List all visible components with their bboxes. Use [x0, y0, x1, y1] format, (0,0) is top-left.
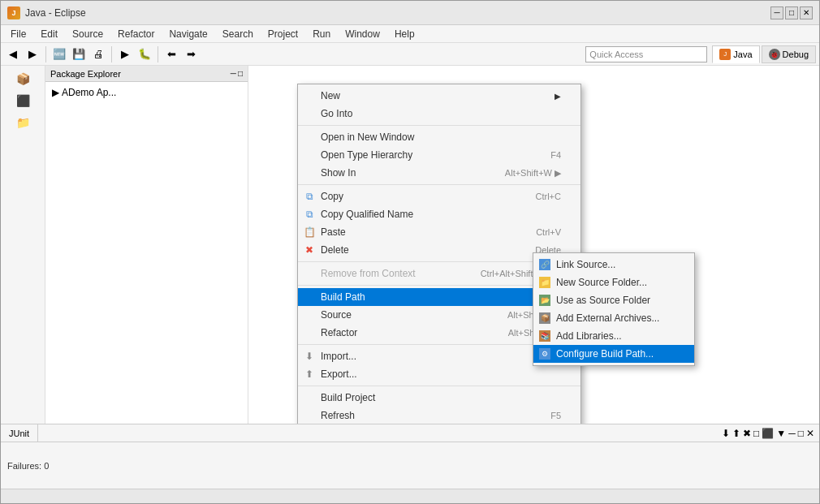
sub-add-libraries-label: Add Libraries...: [556, 330, 622, 342]
pane-minimize-icon[interactable]: ─: [231, 69, 236, 78]
ctx-show-in-label: Show In: [321, 167, 356, 179]
sub-link-source[interactable]: 🔗 Link Source...: [533, 256, 694, 274]
sidebar: 📦 ⬛ 📁: [1, 66, 45, 424]
java-perspective-btn[interactable]: J Java: [712, 45, 759, 63]
failures-value: 0: [44, 461, 49, 471]
toolbar-save-btn[interactable]: 💾: [70, 45, 88, 63]
bottom-panel: JUnit ⬇ ⬆ ✖ □ ⬛ ▼ ─ □ ✕ Failures: 0: [1, 424, 819, 489]
menu-window[interactable]: Window: [339, 27, 386, 41]
ctx-import-icon: ⬇: [303, 350, 316, 363]
sub-add-external-archives-label: Add External Archives...: [556, 312, 659, 324]
title-bar-controls: ─ □ ✕: [770, 6, 813, 19]
toolbar: ◀ ▶ 🆕 💾 🖨 ▶ 🐛 ⬅ ➡ Quick Access J Java 🐞 …: [1, 43, 819, 66]
ctx-sep2: [298, 184, 580, 185]
menu-bar: File Edit Source Refactor Navigate Searc…: [1, 25, 819, 43]
ctx-refresh-label: Refresh: [321, 410, 355, 421]
tree-item-ademo[interactable]: ▶ ADemo Ap...: [49, 85, 244, 100]
ctx-paste-icon: 📋: [303, 226, 316, 239]
bottom-toolbar-icon1[interactable]: ⬇: [722, 428, 730, 439]
sub-add-libraries-icon: 📚: [538, 330, 551, 342]
package-explorer-content: ▶ ADemo Ap...: [45, 82, 248, 424]
ctx-show-in[interactable]: Show In Alt+Shift+W ▶: [298, 164, 580, 182]
sub-add-external-archives[interactable]: 📦 Add External Archives...: [533, 309, 694, 327]
menu-navigate[interactable]: Navigate: [162, 27, 214, 41]
quick-access-label: Quick Access: [589, 50, 643, 59]
ctx-copy-qualified-label: Copy Qualified Name: [321, 209, 413, 220]
sub-configure-build-path-icon: ⚙: [538, 347, 551, 360]
ctx-delete-label: Delete: [321, 244, 349, 256]
title-bar-left: J Java - Eclipse: [7, 6, 86, 19]
window-title: Java - Eclipse: [25, 7, 86, 19]
menu-refactor[interactable]: Refactor: [111, 27, 161, 41]
ctx-build-project[interactable]: Build Project: [298, 389, 580, 407]
ctx-paste[interactable]: 📋 Paste Ctrl+V: [298, 223, 580, 241]
menu-search[interactable]: Search: [216, 27, 260, 41]
toolbar-new-btn[interactable]: 🆕: [50, 45, 68, 63]
bottom-toolbar-icon8[interactable]: □: [798, 428, 804, 439]
ctx-open-type-hierarchy[interactable]: Open Type Hierarchy F4: [298, 146, 580, 164]
ctx-go-into[interactable]: Go Into: [298, 105, 580, 123]
menu-help[interactable]: Help: [388, 27, 421, 41]
bottom-content: Failures: 0: [1, 442, 819, 489]
bottom-toolbar-icon2[interactable]: ⬆: [732, 428, 740, 439]
sidebar-icon-3[interactable]: 📁: [13, 113, 32, 132]
toolbar-run-btn[interactable]: ▶: [116, 45, 134, 63]
pane-maximize-icon[interactable]: □: [238, 69, 243, 78]
sub-new-source-folder[interactable]: 📁 New Source Folder...: [533, 274, 694, 291]
bottom-toolbar-icon9[interactable]: ✕: [806, 428, 814, 439]
ctx-export[interactable]: ⬆ Export...: [298, 365, 580, 383]
ctx-refresh[interactable]: Refresh F5: [298, 407, 580, 424]
ctx-copy[interactable]: ⧉ Copy Ctrl+C: [298, 187, 580, 205]
main-content: 📦 ⬛ 📁 Package Explorer ─ □ ▶ ADemo Ap...: [1, 66, 819, 424]
bottom-tabs: JUnit ⬇ ⬆ ✖ □ ⬛ ▼ ─ □ ✕: [1, 424, 819, 442]
toolbar-next-btn[interactable]: ➡: [182, 45, 200, 63]
toolbar-debug-btn[interactable]: 🐛: [136, 45, 153, 63]
ctx-import-label: Import...: [321, 351, 356, 362]
status-bar: [1, 489, 819, 503]
ctx-paste-shortcut: Ctrl+V: [536, 227, 561, 237]
package-explorer-header: Package Explorer ─ □: [45, 66, 248, 82]
editor-area: New ▶ Go Into Open in New Window Open Ty…: [248, 66, 819, 424]
maximize-button[interactable]: □: [785, 6, 798, 19]
menu-run[interactable]: Run: [306, 27, 337, 41]
toolbar-forward-btn[interactable]: ▶: [24, 45, 41, 63]
ctx-build-project-label: Build Project: [321, 392, 375, 403]
ctx-source-label: Source: [321, 309, 352, 321]
junit-tab[interactable]: JUnit: [1, 424, 38, 442]
toolbar-print-btn[interactable]: 🖨: [89, 45, 107, 63]
bottom-toolbar-icon4[interactable]: □: [753, 428, 759, 439]
sub-use-as-source-folder-label: Use as Source Folder: [556, 295, 650, 306]
menu-edit[interactable]: Edit: [34, 27, 64, 41]
sub-new-source-folder-label: New Source Folder...: [556, 277, 647, 288]
debug-perspective-icon: 🐞: [769, 49, 780, 60]
sub-add-libraries[interactable]: 📚 Add Libraries...: [533, 327, 694, 345]
minimize-button[interactable]: ─: [770, 6, 783, 19]
debug-perspective-btn[interactable]: 🐞 Debug: [762, 45, 816, 63]
menu-source[interactable]: Source: [66, 27, 110, 41]
sub-link-source-icon: 🔗: [538, 258, 551, 271]
java-perspective-icon: J: [719, 49, 731, 60]
ctx-copy-qualified[interactable]: ⧉ Copy Qualified Name: [298, 205, 580, 223]
menu-project[interactable]: Project: [261, 27, 304, 41]
close-button[interactable]: ✕: [800, 6, 813, 19]
toolbar-back-btn[interactable]: ◀: [4, 45, 22, 63]
sidebar-icon-2[interactable]: ⬛: [13, 91, 32, 110]
sub-use-as-source-folder-icon: 📂: [538, 294, 551, 307]
ctx-refactor-label: Refactor: [321, 327, 357, 338]
sub-use-as-source-folder[interactable]: 📂 Use as Source Folder: [533, 291, 694, 309]
bottom-toolbar-icon6[interactable]: ▼: [776, 428, 786, 439]
menu-file[interactable]: File: [4, 27, 32, 41]
sidebar-icon-1[interactable]: 📦: [13, 69, 32, 88]
sub-configure-build-path[interactable]: ⚙ Configure Build Path...: [533, 345, 694, 363]
ctx-new[interactable]: New ▶: [298, 87, 580, 105]
tree-item-icon: ▶: [52, 87, 59, 98]
bottom-toolbar-icon3[interactable]: ✖: [743, 428, 751, 439]
ctx-export-icon: ⬆: [303, 368, 316, 381]
bottom-toolbar-icon5[interactable]: ⬛: [762, 428, 774, 439]
ctx-open-new-window[interactable]: Open in New Window: [298, 128, 580, 146]
package-explorer-pane: Package Explorer ─ □ ▶ ADemo Ap...: [45, 66, 248, 424]
toolbar-prev-btn[interactable]: ⬅: [162, 45, 180, 63]
bottom-toolbar-icon7[interactable]: ─: [788, 428, 796, 439]
ctx-copy-label: Copy: [321, 191, 343, 202]
quick-access-input[interactable]: Quick Access: [585, 46, 707, 62]
